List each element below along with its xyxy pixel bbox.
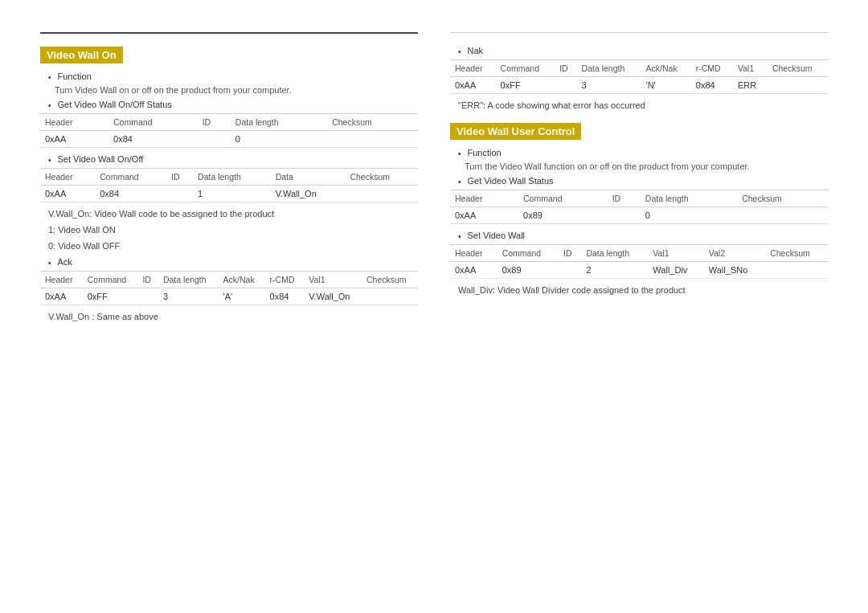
ack-th-acknak: Ack/Nak: [219, 272, 265, 288]
get-td-datalength-left: 0: [231, 131, 327, 148]
get-th-checksum-left: Checksum: [327, 114, 418, 131]
vwall-note-left: V.Wall_On : Same as above: [48, 312, 418, 321]
set-th-datalength-left: Data length: [193, 169, 271, 186]
get-th-id-right: ID: [608, 190, 641, 207]
nak-th-val1: Val1: [733, 60, 768, 77]
set-td-header-right: 0xAA: [450, 262, 497, 279]
get-td-command-left: 0x84: [108, 131, 198, 148]
set-td-val1-right: Wall_Div: [648, 262, 703, 279]
ack-th-datalength: Data length: [158, 272, 219, 288]
note2-left: 1: Video Wall ON: [48, 225, 418, 235]
table-row: 0xAA 0x84 1 V.Wall_On: [40, 186, 418, 202]
walldiv-note: Wall_Div: Video Wall Divider code assign…: [458, 285, 828, 295]
set-td-command-left: 0x84: [95, 186, 166, 202]
ack-td-rcmd: 0x84: [265, 288, 305, 305]
bullet-dot-r1: •: [458, 149, 461, 158]
get-table-right: Header Command ID Data length Checksum 0…: [450, 190, 828, 224]
video-wall-on-section: Video Wall On • Function Turn Video Wall…: [40, 47, 418, 321]
ack-td-val1: V.Wall_On: [304, 288, 362, 305]
table-row: 0xAA 0xFF 3 'N' 0x84 ERR: [450, 77, 828, 94]
table-row: 0xAA 0x89 2 Wall_Div Wall_SNo: [450, 262, 828, 279]
get-th-datalength-left: Data length: [231, 114, 327, 131]
bullet-dot-r3: •: [458, 232, 461, 241]
set-td-command-right: 0x89: [497, 262, 559, 279]
set-td-checksum-right: [765, 262, 828, 279]
set-td-id-left: [166, 186, 193, 202]
get-bullet: • Get Video Wall On/Off Status: [48, 100, 418, 110]
get-td-checksum-left: [327, 131, 418, 148]
set-th-command-right: Command: [497, 245, 559, 262]
set-table-left: Header Command ID Data length Data Check…: [40, 168, 418, 202]
ack-td-acknak: 'A': [219, 288, 265, 305]
set-td-id-right: [559, 262, 581, 279]
ack-td-datalength: 3: [158, 288, 219, 305]
ack-th-rcmd: r-CMD: [265, 272, 305, 288]
set-th-val1-right: Val1: [648, 245, 703, 262]
video-wall-user-control-title: Video Wall User Control: [450, 123, 581, 140]
set-td-val2-right: Wall_SNo: [704, 262, 765, 279]
function-bullet-right: • Function: [458, 148, 828, 158]
table-row: 0xAA 0x84 0: [40, 131, 418, 148]
ack-th-val1: Val1: [304, 272, 362, 288]
nak-th-rcmd: r-CMD: [691, 60, 733, 77]
function-desc-left: Turn Video Wall on or off on the product…: [55, 85, 418, 95]
get-table-left: Header Command ID Data length Checksum 0…: [40, 113, 418, 148]
nak-td-val1: ERR: [733, 77, 768, 94]
note3-left: 0: Video Wall OFF: [48, 241, 418, 251]
set-th-checksum-right: Checksum: [765, 245, 828, 262]
ack-td-header: 0xAA: [40, 288, 83, 305]
left-column: Video Wall On • Function Turn Video Wall…: [40, 32, 418, 334]
nak-table: Header Command ID Data length Ack/Nak r-…: [450, 59, 828, 94]
get-td-id-left: [198, 131, 231, 148]
set-bullet-left: • Set Video Wall On/Off: [48, 154, 418, 165]
set-label-right: Set Video Wall: [468, 231, 526, 240]
bullet-dot-4: •: [48, 259, 51, 268]
ack-th-checksum: Checksum: [362, 272, 418, 288]
get-th-command-right: Command: [518, 190, 608, 207]
function-label-right: Function: [468, 148, 502, 157]
set-bullet-right: • Set Video Wall: [458, 231, 828, 241]
nak-td-checksum: [768, 77, 828, 94]
bullet-dot-3: •: [48, 156, 51, 165]
ack-table-left: Header Command ID Data length Ack/Nak r-…: [40, 271, 418, 305]
set-td-checksum-left: [345, 186, 418, 202]
nak-th-acknak: Ack/Nak: [641, 60, 691, 77]
bullet-dot-1: •: [48, 73, 51, 82]
get-th-checksum-right: Checksum: [737, 190, 828, 207]
get-bullet-right: • Get Video Wall Status: [458, 176, 828, 186]
get-td-header-left: 0xAA: [40, 131, 108, 148]
get-td-datalength-right: 0: [641, 207, 737, 224]
get-td-id-right: [608, 207, 641, 224]
table-row: 0xAA 0x89 0: [450, 207, 828, 224]
nak-section: • Nak Header Command ID Data length Ack/…: [450, 46, 828, 110]
set-th-header-left: Header: [40, 169, 95, 186]
set-label-left: Set Video Wall On/Off: [58, 154, 144, 164]
set-table-right: Header Command ID Data length Val1 Val2 …: [450, 244, 828, 279]
nak-th-header: Header: [450, 60, 496, 77]
ack-td-command: 0xFF: [83, 288, 138, 305]
function-desc-right: Turn the Video Wall function on or off o…: [465, 161, 828, 171]
get-label-right: Get Video Wall Status: [468, 176, 554, 186]
ack-th-header: Header: [40, 272, 83, 288]
video-wall-user-control-section: Video Wall User Control • Function Turn …: [450, 123, 828, 295]
set-td-data-left: V.Wall_On: [271, 186, 346, 202]
get-th-header-left: Header: [40, 114, 108, 131]
get-td-header-right: 0xAA: [450, 207, 518, 224]
function-bullet: • Function: [48, 72, 418, 82]
set-th-id-right: ID: [559, 245, 581, 262]
bullet-dot-nak: •: [458, 47, 461, 56]
ack-td-id: [137, 288, 158, 305]
set-th-data-left: Data: [271, 169, 346, 186]
get-th-id-left: ID: [198, 114, 231, 131]
nak-td-id: [555, 77, 576, 94]
nak-td-header: 0xAA: [450, 77, 496, 94]
nak-td-datalength: 3: [577, 77, 641, 94]
nak-label: Nak: [468, 46, 484, 55]
set-td-datalength-left: 1: [193, 186, 271, 202]
nak-th-command: Command: [496, 60, 555, 77]
set-th-val2-right: Val2: [704, 245, 765, 262]
err-note: "ERR": A code showing what error has occ…: [458, 100, 828, 110]
get-th-datalength-right: Data length: [641, 190, 737, 207]
ack-td-checksum: [362, 288, 418, 305]
nak-td-command: 0xFF: [496, 77, 555, 94]
